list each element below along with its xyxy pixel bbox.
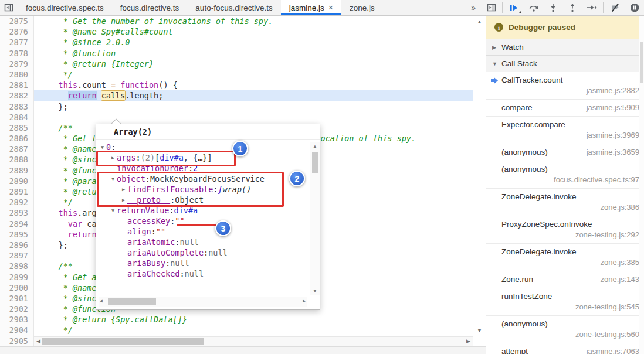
line-number[interactable]: 2903 (0, 314, 34, 325)
line-number[interactable]: 2896 (0, 240, 34, 250)
line-number[interactable]: 2894 (0, 219, 34, 229)
sidebar-scrollbar[interactable] (639, 16, 644, 354)
property-row-ariaAutoComplete[interactable]: ariaAutoComplete: null (96, 247, 309, 258)
call-stack-frame[interactable]: attemptjasmine.js:7063 (486, 343, 644, 354)
horizontal-scroll-thumb[interactable] (42, 338, 204, 345)
call-stack-section-header[interactable]: ▼ Call Stack (486, 56, 644, 72)
line-number[interactable]: 2881 (0, 80, 34, 90)
tab-jasmine.js[interactable]: jasmine.js× (281, 0, 341, 15)
popover-horizontal-scrollbar[interactable]: ◀ ▶ (99, 297, 307, 307)
call-stack-frame[interactable]: ZoneDelegate.invokezone.js:385 (486, 244, 644, 271)
step-button[interactable] (582, 0, 601, 15)
expand-right-icon[interactable]: ▶ (120, 195, 127, 205)
scroll-down-arrow-icon[interactable]: ▼ (310, 288, 320, 294)
tab-focus.directive.spec.ts[interactable]: focus.directive.spec.ts (18, 0, 112, 15)
line-number[interactable]: 2901 (0, 293, 34, 304)
pause-on-exceptions-button[interactable] (625, 0, 644, 15)
property-row-object[interactable]: ▼object: MockKeyboardFocusService (96, 173, 309, 184)
popover-vertical-scrollbar[interactable]: ▲ ▼ (310, 142, 320, 295)
line-number[interactable]: 2900 (0, 282, 34, 293)
step-over-next-function-call-button[interactable] (524, 0, 543, 15)
vertical-scroll-thumb[interactable] (640, 42, 643, 83)
expand-down-icon[interactable]: ▼ (99, 142, 106, 152)
line-number[interactable]: 2877 (0, 37, 34, 47)
line-number[interactable]: 2885 (0, 122, 34, 133)
call-stack-frame[interactable]: (anonymous)focus.directive.spec.ts:97 (486, 161, 644, 189)
navigator-sidebar-toggle-icon[interactable] (0, 0, 18, 15)
call-stack-frame[interactable]: CallTracker.countjasmine.js:2882 (486, 72, 644, 100)
scroll-up-arrow-icon[interactable]: ▲ (473, 19, 486, 25)
property-row-findFirstFocusable[interactable]: ▶findFirstFocusable: ƒ wrap() (96, 184, 309, 195)
step-into-next-function-call-button[interactable] (543, 0, 562, 15)
editor-vertical-scrollbar[interactable]: ▲ ▼ (473, 16, 486, 336)
property-row-__proto__[interactable]: ▶__proto__: Object (96, 195, 309, 205)
line-number[interactable]: 2890 (0, 176, 34, 186)
evaluated-token[interactable]: calls (101, 91, 126, 100)
deactivate-breakpoints-button[interactable] (605, 0, 625, 15)
line-number[interactable]: 2884 (0, 112, 34, 122)
scroll-right-arrow-icon[interactable]: ▶ (466, 338, 470, 344)
chevron-right-icon[interactable]: ▶ (492, 45, 501, 50)
horizontal-scroll-thumb[interactable] (108, 298, 156, 305)
line-number[interactable]: 2889 (0, 165, 34, 176)
scroll-up-arrow-icon[interactable]: ▲ (310, 144, 320, 149)
property-row-ariaBusy[interactable]: ariaBusy: null (96, 258, 309, 268)
line-number[interactable]: 2893 (0, 207, 34, 218)
line-number[interactable]: 2880 (0, 69, 34, 80)
line-number[interactable]: 2905 (0, 336, 34, 346)
expand-right-icon[interactable]: ▶ (109, 152, 117, 163)
call-stack-frame[interactable]: (anonymous)jasmine.js:3659 (486, 144, 644, 161)
property-row-args[interactable]: ▶args: (2) [div#a, {…}] (96, 152, 309, 163)
scroll-right-arrow-icon[interactable]: ▶ (303, 298, 306, 304)
line-number[interactable]: 2899 (0, 272, 34, 282)
line-number[interactable]: 2882 (0, 90, 34, 101)
resume-script-execution-button[interactable] (504, 0, 524, 15)
call-stack-frame[interactable]: comparejasmine.js:5909 (486, 100, 644, 117)
call-stack-frame[interactable]: ProxyZoneSpec.onInvokezone-testing.js:29… (486, 216, 644, 244)
expand-down-icon[interactable]: ▼ (109, 205, 117, 216)
debugger-sidebar-toggle-icon[interactable] (483, 0, 500, 15)
line-number[interactable]: 2898 (0, 261, 34, 271)
tab-overflow-button[interactable]: » (464, 0, 483, 15)
property-row-0[interactable]: ▼0: (96, 142, 309, 152)
line-number[interactable]: 2895 (0, 229, 34, 240)
scroll-left-arrow-icon[interactable]: ◀ (100, 298, 103, 304)
property-row-align[interactable]: align: "" (96, 226, 309, 237)
expand-right-icon[interactable]: ▶ (120, 184, 127, 195)
call-stack-frame[interactable]: (anonymous)zone-testing.js:560 (486, 316, 644, 343)
line-number[interactable]: 2902 (0, 304, 34, 314)
editor-horizontal-scrollbar[interactable]: ◀ ▶ (34, 336, 473, 346)
line-number[interactable]: 2891 (0, 186, 34, 197)
line-number[interactable]: 2879 (0, 59, 34, 69)
line-number[interactable]: 2904 (0, 325, 34, 335)
call-stack-frame[interactable]: Expector.comparejasmine.js:3969 (486, 117, 644, 144)
chevron-down-icon[interactable]: ▼ (492, 61, 501, 67)
line-number[interactable]: 2886 (0, 133, 34, 144)
call-stack-frame[interactable]: ZoneDelegate.invokezone.js:386 (486, 189, 644, 216)
property-row-returnValue[interactable]: ▼returnValue: div#a (96, 205, 309, 216)
property-row-invocationOrder[interactable]: invocationOrder: 2 (96, 163, 309, 173)
step-out-of-current-function-button[interactable] (562, 0, 582, 15)
watch-section-header[interactable]: ▶ Watch (486, 39, 644, 56)
call-stack-frame[interactable]: Zone.runzone.js:143 (486, 271, 644, 288)
line-number[interactable]: 2875 (0, 16, 34, 26)
scroll-left-arrow-icon[interactable]: ◀ (36, 338, 40, 344)
expand-down-icon[interactable]: ▼ (109, 173, 117, 184)
tab-auto-focus.directive.ts[interactable]: auto-focus.directive.ts (187, 0, 280, 15)
property-row-ariaAtomic[interactable]: ariaAtomic: null (96, 237, 309, 247)
property-row-ariaChecked[interactable]: ariaChecked: null (96, 268, 309, 279)
scroll-down-arrow-icon[interactable]: ▼ (473, 328, 486, 333)
tab-focus.directive.ts[interactable]: focus.directive.ts (112, 0, 188, 15)
line-number[interactable]: 2883 (0, 101, 34, 112)
line-number[interactable]: 2876 (0, 26, 34, 37)
line-number[interactable]: 2888 (0, 154, 34, 165)
line-number[interactable]: 2892 (0, 197, 34, 207)
line-number[interactable]: 2897 (0, 250, 34, 261)
line-number[interactable]: 2878 (0, 48, 34, 59)
tab-zone.js[interactable]: zone.js (341, 0, 383, 15)
property-row-accessKey[interactable]: accessKey: "" (96, 216, 309, 226)
close-tab-icon[interactable]: × (328, 5, 333, 11)
vertical-scroll-thumb[interactable] (312, 152, 318, 173)
call-stack-frame[interactable]: runInTestZonezone-testing.js:545 (486, 288, 644, 316)
line-number[interactable]: 2887 (0, 144, 34, 154)
